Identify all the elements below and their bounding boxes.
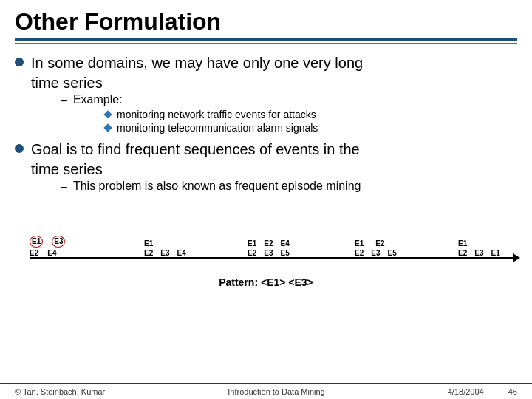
event-E3-g2: E3	[160, 249, 169, 257]
bullet-2: Goal is to find frequent sequences of ev…	[15, 140, 517, 195]
sub-bullet-1: – Example: monitoring network traffic ev…	[61, 93, 363, 134]
event-E3-g1: E3	[52, 236, 65, 248]
event-group-1: E1 E3 E2 E4	[30, 236, 65, 257]
event-E1-g4: E1	[355, 239, 364, 248]
sub-text-2: This problem is also known as frequent e…	[73, 180, 361, 193]
event-group-5-bot: E2 E3 E1	[458, 249, 500, 257]
diamond-icon-1	[103, 111, 112, 119]
event-E4-g1: E4	[47, 249, 56, 257]
event-group-3-bot: E2 E3 E5	[248, 249, 290, 257]
slide-content: In some domains, we may have only one ve…	[0, 47, 532, 383]
event-group-2-bot: E2 E3 E4	[144, 249, 186, 257]
bullet-dot-2	[15, 144, 24, 153]
footer-center: Introduction to Data Mining	[228, 387, 324, 396]
diagram-section: E1 E3 E2 E4 E1 E2	[15, 205, 517, 293]
event-E1-g5: E1	[458, 239, 467, 248]
footer-left: © Tan, Steinbach, Kumar	[15, 387, 105, 396]
event-group-2: E1 E2 E3 E4	[144, 239, 186, 257]
sub-sub-text-1: monitoring network traffic events for at…	[117, 109, 316, 120]
event-E1-g1: E1	[30, 236, 43, 248]
sub-sub-bullet-1: monitoring network traffic events for at…	[105, 109, 363, 134]
sub-sub-item-1: monitoring network traffic events for at…	[105, 109, 363, 120]
sub-dash-2: –	[61, 180, 67, 194]
event-E4-g2: E4	[177, 249, 185, 257]
event-group-3-top: E1 E2 E4	[248, 239, 290, 248]
event-group-5: E1 E2 E3 E1	[458, 239, 500, 257]
event-E3-g4: E3	[371, 249, 380, 257]
header-rule-thick	[15, 38, 517, 41]
event-E2b-g3: E2	[248, 249, 256, 257]
sub-text-1: Example:	[73, 93, 123, 106]
event-E2-g4: E2	[375, 239, 384, 248]
sub-bullet-item-2: – This problem is also known as frequent…	[61, 180, 361, 194]
event-group-4-bot: E2 E3 E5	[355, 249, 397, 257]
sub-bullet-2: – This problem is also known as frequent…	[61, 180, 361, 194]
event-E2-g3: E2	[264, 239, 273, 248]
event-group-1-bot: E2 E4	[30, 249, 56, 257]
event-E3-g5: E3	[474, 249, 483, 257]
event-E4-g3: E4	[280, 239, 289, 248]
event-E1-g2: E1	[144, 239, 153, 248]
event-E1b-g5: E1	[491, 249, 499, 257]
bullet-dot-1	[15, 58, 24, 66]
slide-footer: © Tan, Steinbach, Kumar Introduction to …	[0, 383, 532, 399]
timeline-line	[30, 257, 514, 259]
event-E2-g2: E2	[144, 249, 153, 257]
event-group-2-top: E1	[144, 239, 153, 248]
event-group-1-top: E1 E3	[30, 236, 65, 248]
bullet-text-2: Goal is to find frequent sequences of ev…	[31, 140, 361, 180]
event-E5-g3: E5	[280, 249, 289, 257]
event-E2-g1: E2	[30, 249, 38, 257]
slide: Other Formulation In some domains, we ma…	[0, 0, 532, 399]
event-E5-g4: E5	[387, 249, 396, 257]
slide-title: Other Formulation	[15, 7, 517, 35]
event-E2b-g4: E2	[355, 249, 364, 257]
event-E3-g3: E3	[264, 249, 273, 257]
footer-right: 4/18/2004 46	[448, 387, 517, 396]
event-group-4-top: E1 E2	[355, 239, 384, 248]
sub-sub-text-2: monitoring telecommunication alarm signa…	[117, 122, 318, 134]
header-rule-thin	[15, 43, 517, 44]
diagram-wrapper: E1 E3 E2 E4 E1 E2	[22, 213, 525, 272]
diamond-icon-2	[103, 124, 112, 132]
event-group-4: E1 E2 E2 E3 E5	[355, 239, 397, 257]
event-group-5-top: E1	[458, 239, 467, 248]
bullet-1: In some domains, we may have only one ve…	[15, 53, 517, 135]
event-E1-g3: E1	[248, 239, 256, 248]
pattern-label: Pattern: <E1> <E3>	[219, 276, 313, 288]
event-E2-g5: E2	[458, 249, 467, 257]
sub-sub-item-2: monitoring telecommunication alarm signa…	[105, 122, 363, 134]
bullet-text-1: In some domains, we may have only one ve…	[31, 53, 363, 93]
sub-dash-1: –	[61, 94, 67, 107]
event-group-3: E1 E2 E4 E2 E3 E5	[248, 239, 290, 257]
slide-header: Other Formulation	[0, 0, 532, 47]
sub-bullet-item-1: – Example:	[61, 93, 363, 107]
